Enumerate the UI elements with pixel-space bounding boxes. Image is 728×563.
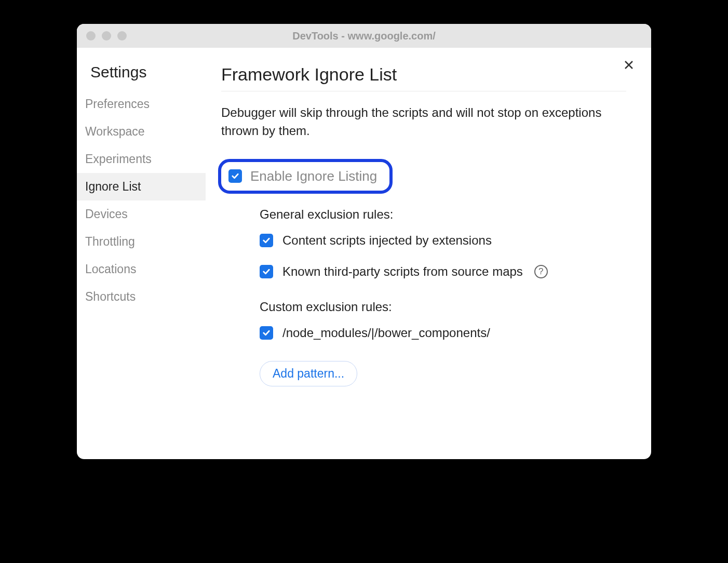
custom-rule-label: /node_modules/|/bower_components/ bbox=[282, 326, 490, 340]
help-icon[interactable]: ? bbox=[534, 265, 548, 278]
window-titlebar: DevTools - www.google.com/ bbox=[77, 24, 651, 48]
general-rule-row: Known third-party scripts from source ma… bbox=[260, 264, 626, 279]
custom-rule-row: /node_modules/|/bower_components/ bbox=[260, 326, 626, 340]
enable-ignore-listing-highlight: Enable Ignore Listing bbox=[218, 159, 393, 194]
sidebar-item-shortcuts[interactable]: Shortcuts bbox=[77, 283, 206, 311]
close-window-button[interactable] bbox=[86, 31, 96, 41]
page-title: Framework Ignore List bbox=[221, 64, 626, 91]
settings-heading: Settings bbox=[77, 63, 206, 90]
settings-sidebar: Settings Preferences Workspace Experimen… bbox=[77, 48, 206, 459]
check-icon bbox=[262, 236, 271, 245]
window-title: DevTools - www.google.com/ bbox=[85, 30, 643, 42]
sidebar-item-experiments[interactable]: Experiments bbox=[77, 145, 206, 173]
third-party-scripts-checkbox[interactable] bbox=[260, 265, 273, 278]
page-description: Debugger will skip through the scripts a… bbox=[221, 104, 626, 140]
sidebar-item-workspace[interactable]: Workspace bbox=[77, 118, 206, 145]
general-exclusion-section: General exclusion rules: Content scripts… bbox=[221, 207, 626, 279]
custom-exclusion-heading: Custom exclusion rules: bbox=[260, 300, 626, 314]
check-icon bbox=[262, 328, 271, 338]
traffic-lights bbox=[86, 31, 127, 41]
add-pattern-button[interactable]: Add pattern... bbox=[260, 361, 357, 386]
sidebar-item-devices[interactable]: Devices bbox=[77, 200, 206, 228]
sidebar-item-locations[interactable]: Locations bbox=[77, 256, 206, 283]
custom-exclusion-section: Custom exclusion rules: /node_modules/|/… bbox=[221, 300, 626, 386]
third-party-scripts-label: Known third-party scripts from source ma… bbox=[282, 264, 523, 279]
maximize-window-button[interactable] bbox=[117, 31, 127, 41]
close-settings-button[interactable] bbox=[621, 57, 637, 73]
check-icon bbox=[262, 267, 271, 276]
check-icon bbox=[231, 171, 240, 181]
general-exclusion-heading: General exclusion rules: bbox=[260, 207, 626, 222]
custom-rule-checkbox[interactable] bbox=[260, 326, 273, 340]
minimize-window-button[interactable] bbox=[102, 31, 111, 41]
general-rule-row: Content scripts injected by extensions bbox=[260, 233, 626, 248]
sidebar-item-throttling[interactable]: Throttling bbox=[77, 228, 206, 256]
settings-content: Settings Preferences Workspace Experimen… bbox=[77, 48, 651, 459]
enable-ignore-listing-checkbox[interactable] bbox=[228, 169, 242, 183]
devtools-settings-window: DevTools - www.google.com/ Settings Pref… bbox=[77, 24, 651, 459]
sidebar-item-preferences[interactable]: Preferences bbox=[77, 90, 206, 118]
settings-main-panel: Framework Ignore List Debugger will skip… bbox=[206, 48, 651, 459]
close-icon bbox=[623, 59, 635, 71]
content-scripts-checkbox[interactable] bbox=[260, 234, 273, 247]
content-scripts-label: Content scripts injected by extensions bbox=[282, 233, 492, 248]
enable-ignore-listing-label: Enable Ignore Listing bbox=[250, 168, 377, 184]
sidebar-item-ignore-list[interactable]: Ignore List bbox=[77, 173, 206, 200]
